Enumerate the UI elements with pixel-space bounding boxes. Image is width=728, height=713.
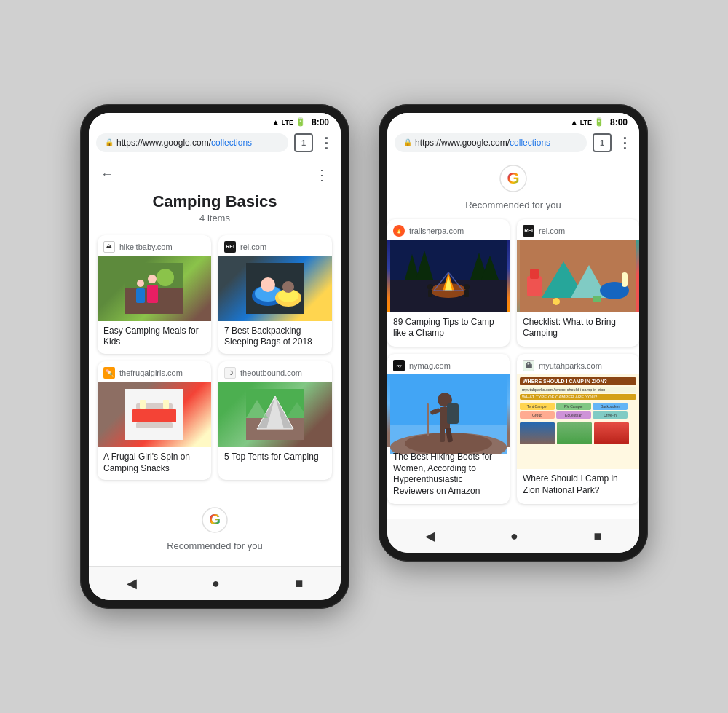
more-menu-1[interactable]: ⋮ — [319, 134, 333, 151]
back-button[interactable] — [100, 167, 114, 182]
lte-icon: LTE — [282, 119, 293, 126]
more-options-button[interactable] — [314, 166, 329, 184]
svg-point-6 — [137, 280, 144, 287]
rec-favicon-2: REI — [523, 225, 534, 237]
lock-icon-2: 🔒 — [403, 138, 412, 146]
rec-source-name-1: trailsherpa.com — [409, 226, 464, 235]
nav-back-1[interactable]: ◀ — [127, 575, 137, 591]
svg-rect-52 — [593, 296, 601, 302]
address-bar-1: 🔒 https://www.google.com/https://www.goo… — [89, 130, 341, 157]
nav-home-2[interactable]: ● — [510, 529, 518, 544]
tab-count-2[interactable]: 1 — [593, 133, 612, 152]
source-row-1: ⛰ hikeitbaby.com — [98, 235, 211, 256]
phone-1: ▲ LTE 🔋 8:00 🔒 https://www.google.com/ht… — [80, 104, 349, 609]
rec-title-2: Checklist: What to Bring Camping — [517, 312, 639, 347]
rec-card-4[interactable]: 🏔 myutahparks.com WHERE SHOULD I CAMP IN… — [517, 354, 639, 504]
rec-card-1[interactable]: 🔥 trailsherpa.com — [387, 219, 510, 347]
nav-recent-1[interactable]: ■ — [295, 576, 303, 591]
svg-rect-60 — [447, 403, 459, 424]
rec-card-2[interactable]: REI rei.com — [517, 219, 639, 347]
rec-title-3: The Best Hiking Boots for Women, Accordi… — [387, 447, 510, 504]
source-row-4: ☽ theoutbound.com — [218, 361, 332, 382]
svg-rect-61 — [440, 428, 445, 442]
collection-title: Camping Basics 4 items — [89, 192, 341, 226]
battery-icon-2: 🔋 — [594, 117, 604, 127]
tab-count-1[interactable]: 1 — [294, 133, 313, 152]
svg-rect-19 — [163, 400, 169, 409]
recommended-section-1: G G Recommen — [89, 495, 341, 566]
svg-point-43 — [464, 284, 470, 290]
nav-bar-2: ◀ ● ■ — [387, 519, 639, 553]
rec-image-2 — [517, 240, 639, 312]
item-title-4: 5 Top Tents for Camping — [218, 447, 332, 469]
source-name-4: theoutbound.com — [240, 369, 302, 377]
svg-point-51 — [553, 298, 560, 305]
svg-rect-16 — [132, 409, 176, 422]
nav-back-2[interactable]: ◀ — [425, 528, 435, 544]
nav-home-1[interactable]: ● — [212, 576, 220, 591]
favicon-2: REI — [224, 241, 236, 253]
address-bar-2: 🔒 https://www.google.com/collections 1 ⋮ — [387, 130, 639, 157]
svg-text:G: G — [209, 511, 221, 527]
url-field-1[interactable]: 🔒 https://www.google.com/https://www.goo… — [96, 133, 288, 152]
rec-source-4: 🏔 myutahparks.com — [517, 354, 639, 374]
rec-source-name-2: rei.com — [539, 226, 565, 235]
url-field-2[interactable]: 🔒 https://www.google.com/collections — [395, 133, 587, 152]
page-content-2: G Recommended for you — [387, 157, 639, 519]
collection-name: Camping Basics — [100, 192, 329, 211]
wifi-icon: ▲ — [272, 118, 280, 126]
source-name-3: thefrugalgirls.com — [119, 369, 183, 377]
url-text-2: https://www.google.com/collections — [415, 138, 550, 148]
phone-1-screen: ▲ LTE 🔋 8:00 🔒 https://www.google.com/ht… — [89, 113, 341, 600]
rec-title-4: Where Should I Camp in Zion National Par… — [517, 469, 639, 503]
item-title-1: Easy Camping Meals for Kids — [98, 321, 211, 354]
rec-title-1: 89 Camping Tips to Camp like a Champ — [387, 312, 510, 347]
items-grid: ⛰ hikeitbaby.com — [89, 226, 341, 489]
lock-icon-1: 🔒 — [105, 138, 114, 146]
rec-source-name-4: myutahparks.com — [539, 361, 602, 370]
rec-source-1: 🔥 trailsherpa.com — [387, 219, 510, 240]
svg-rect-42 — [428, 290, 432, 297]
item-card-3[interactable]: 🍡 thefrugalgirls.com — [98, 361, 211, 480]
svg-point-10 — [261, 277, 275, 292]
item-image-1 — [98, 256, 211, 321]
svg-rect-49 — [527, 276, 542, 296]
rec-grid: 🔥 trailsherpa.com — [387, 219, 639, 505]
item-image-2 — [218, 256, 332, 321]
phone-2-screen: ▲ LTE 🔋 8:00 🔒 https://www.google.com/co… — [387, 113, 639, 554]
lte-icon-2: LTE — [580, 119, 592, 126]
item-card-4[interactable]: ☽ theoutbound.com — [218, 361, 332, 480]
status-time-2: 8:00 — [610, 117, 628, 127]
rec-image-3 — [387, 374, 510, 447]
status-bar-2: ▲ LTE 🔋 8:00 — [387, 113, 639, 130]
status-time-1: 8:00 — [312, 117, 329, 127]
nav-bar-1: ◀ ● ■ — [89, 566, 341, 600]
svg-rect-18 — [140, 400, 146, 409]
svg-rect-64 — [427, 403, 429, 436]
rec-image-4: WHERE SHOULD I CAMP IN ZION? myutahparks… — [517, 374, 639, 469]
nav-recent-2[interactable]: ■ — [593, 529, 601, 544]
google-logo-2: G — [499, 165, 527, 192]
rec-image-1 — [387, 240, 510, 312]
item-image-3 — [98, 382, 211, 447]
phone-2: ▲ LTE 🔋 8:00 🔒 https://www.google.com/co… — [379, 104, 648, 562]
rec-favicon-3: ny — [393, 360, 405, 371]
source-row-2: REI rei.com — [218, 235, 332, 256]
rec-card-3[interactable]: ny nymag.com — [387, 354, 510, 504]
source-name-2: rei.com — [240, 243, 266, 251]
svg-text:G: G — [507, 169, 519, 187]
status-bar-1: ▲ LTE 🔋 8:00 — [89, 113, 341, 130]
recommended-page-header: G Recommended for you — [387, 157, 639, 219]
wifi-icon-2: ▲ — [571, 118, 578, 126]
svg-rect-17 — [136, 422, 173, 428]
svg-point-2 — [157, 269, 174, 286]
rec-source-2: REI rei.com — [517, 219, 639, 240]
more-menu-2[interactable]: ⋮ — [617, 134, 632, 151]
item-image-4 — [218, 382, 332, 447]
item-title-3: A Frugal Girl's Spin on Camping Snacks — [98, 447, 211, 480]
source-row-3: 🍡 thefrugalgirls.com — [98, 361, 211, 382]
rec-favicon-4: 🏔 — [523, 360, 534, 371]
item-card-2[interactable]: REI rei.com — [218, 235, 332, 354]
item-card-1[interactable]: ⛰ hikeitbaby.com — [98, 235, 211, 354]
status-icons-2: ▲ LTE 🔋 — [571, 117, 604, 127]
